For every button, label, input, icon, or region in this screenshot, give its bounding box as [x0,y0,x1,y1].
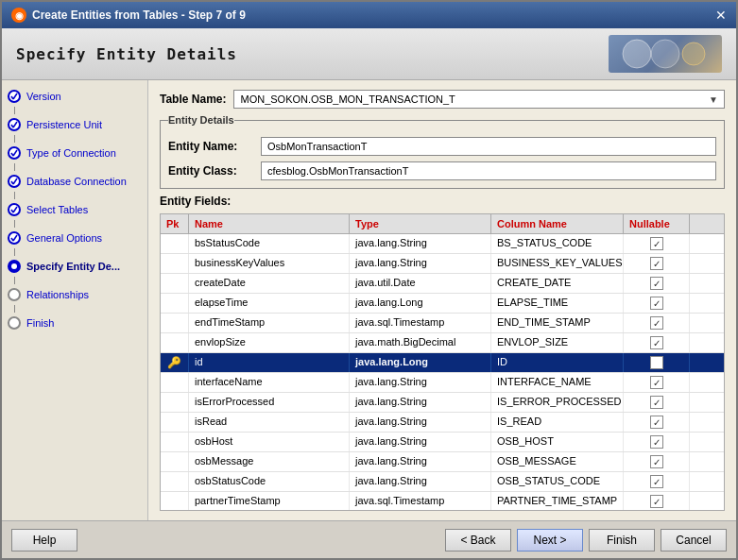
right-panel: Table Name: MON_SOKON.OSB_MON_TRANSACTIO… [148,80,736,520]
cell-column-name: PARTNER_TIME_STAMP [491,492,624,510]
cell-name: envlopSize [189,333,350,352]
table-row[interactable]: elapseTimejava.lang.LongELAPSE_TIME [161,294,724,314]
nullable-checkbox[interactable] [650,495,663,508]
table-header: Pk Name Type Column Name Nullable [161,214,724,234]
cell-name: osbHost [189,433,350,451]
nullable-checkbox[interactable] [650,396,663,409]
footer: Help < Back Next > Finish Cancel [2,520,736,558]
cell-nullable [624,254,690,273]
cell-pk [161,333,189,352]
entity-name-input[interactable] [261,137,716,156]
cell-name: elapseTime [189,294,350,313]
cell-name: createDate [189,274,350,293]
table-row[interactable]: osbStatusCodejava.lang.StringOSB_STATUS_… [161,472,724,492]
nullable-checkbox[interactable] [650,257,663,270]
app-icon: ◉ [11,8,26,23]
main-window: ◉ Create Entities from Tables - Step 7 o… [0,0,738,560]
cancel-button[interactable]: Cancel [661,529,727,552]
cell-nullable [624,492,690,510]
table-row[interactable]: osbHostjava.lang.StringOSB_HOST [161,433,724,452]
table-row[interactable]: businessKeyValuesjava.lang.StringBUSINES… [161,254,724,274]
cell-type: java.lang.Long [350,353,491,372]
svg-point-2 [682,42,705,65]
entity-class-input[interactable] [261,161,716,180]
back-button[interactable]: < Back [445,529,511,552]
col-header-column-name: Column Name [491,214,624,233]
sidebar-item-db-connection[interactable]: Database Connection [2,173,147,190]
table-row[interactable]: endTimeStampjava.sql.TimestampEND_TIME_S… [161,314,724,333]
cell-column-name: ID [491,353,624,372]
sidebar-label-finish: Finish [26,317,54,329]
cell-type: java.lang.String [350,413,491,432]
col-header-type: Type [350,214,491,233]
nullable-checkbox[interactable] [650,297,663,310]
finish-button[interactable]: Finish [589,529,655,552]
close-button[interactable]: ✕ [715,8,727,23]
sidebar-item-finish[interactable]: Finish [2,314,147,331]
sidebar: Version Persistence Unit Type of Connect… [2,80,148,520]
col-header-name: Name [189,214,350,233]
step-icon-db-connection [8,175,21,188]
sidebar-label-type-connection: Type of Connection [26,147,116,159]
nullable-checkbox[interactable] [650,416,663,429]
sidebar-item-specify-entity[interactable]: Specify Entity De... [2,258,147,275]
svg-line-12 [13,207,17,212]
cell-name: businessKeyValues [189,254,350,273]
title-bar-left: ◉ Create Entities from Tables - Step 7 o… [11,8,246,23]
cell-type: java.lang.String [350,373,491,392]
table-row[interactable]: isErrorProcessedjava.lang.StringIS_ERROR… [161,393,724,413]
table-row[interactable]: 🔑idjava.lang.LongID [161,353,724,373]
step-icon-type-connection [8,146,21,160]
cell-pk [161,294,189,313]
entity-class-row: Entity Class: [168,161,716,180]
nullable-checkbox[interactable] [650,376,663,389]
cell-name: isErrorProcessed [189,393,350,412]
sidebar-label-persistence: Persistence Unit [26,119,102,130]
cell-name: id [189,353,350,372]
nullable-checkbox[interactable] [650,277,663,290]
connector-1 [14,107,15,114]
cell-name: osbStatusCode [189,472,350,491]
sidebar-item-select-tables[interactable]: Select Tables [2,201,147,218]
nullable-checkbox[interactable] [650,475,663,488]
table-row[interactable]: osbMessagejava.lang.StringOSB_MESSAGE [161,452,724,472]
next-button[interactable]: Next > [517,529,583,552]
table-name-dropdown[interactable]: MON_SOKON.OSB_MON_TRANSACTION_T ▼ [233,90,725,109]
nullable-checkbox[interactable] [650,316,663,330]
cell-type: java.lang.String [350,472,491,491]
help-button[interactable]: Help [11,529,77,552]
svg-line-10 [13,178,17,184]
cell-name: bsStatusCode [189,234,350,253]
nullable-checkbox[interactable] [650,356,663,369]
cell-column-name: END_TIME_STAMP [491,314,624,332]
svg-point-0 [623,40,651,68]
table-row[interactable]: interfaceNamejava.lang.StringINTERFACE_N… [161,373,724,393]
table-row[interactable]: isReadjava.lang.StringIS_READ [161,413,724,433]
entity-fields-table: Pk Name Type Column Name Nullable bsStat… [160,213,725,511]
sidebar-item-version[interactable]: Version [2,88,147,105]
cell-column-name: ELAPSE_TIME [491,294,624,313]
table-row[interactable]: bsStatusCodejava.lang.StringBS_STATUS_CO… [161,234,724,254]
sidebar-item-type-connection[interactable]: Type of Connection [2,144,147,161]
sidebar-item-relationships[interactable]: Relationships [2,286,147,303]
cell-column-name: CREATE_DATE [491,274,624,293]
cell-nullable [624,452,690,471]
table-row[interactable]: createDatejava.util.DateCREATE_DATE [161,274,724,294]
nullable-checkbox[interactable] [650,336,663,349]
nullable-checkbox[interactable] [650,455,663,468]
table-row[interactable]: envlopSizejava.math.BigDecimalENVLOP_SIZ… [161,333,724,353]
cell-type: java.sql.Timestamp [350,314,491,332]
nullable-checkbox[interactable] [650,435,663,449]
step-icon-relationships [8,288,21,301]
cell-nullable [624,274,690,293]
entity-details-legend: Entity Details [168,114,234,126]
connector-2 [14,135,15,143]
cell-nullable [624,393,690,412]
nullable-checkbox[interactable] [650,237,663,250]
sidebar-item-persistence-unit[interactable]: Persistence Unit [2,116,147,133]
cell-pk [161,492,189,510]
sidebar-item-general-options[interactable]: General Options [2,229,147,246]
svg-line-4 [13,93,17,99]
cell-type: java.lang.String [350,433,491,451]
table-row[interactable]: partnerTimeStampjava.sql.TimestampPARTNE… [161,492,724,510]
